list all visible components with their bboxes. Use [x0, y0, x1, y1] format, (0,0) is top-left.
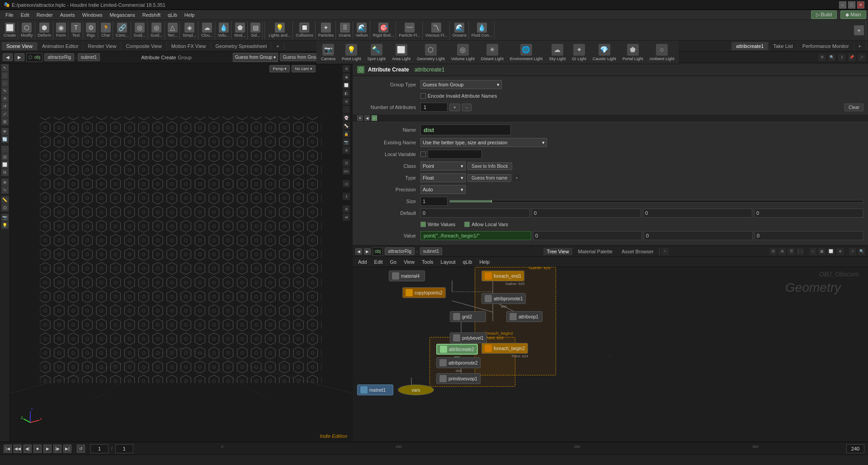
node-canvas[interactable]: · Geometry OBJ_Obscuro foreach_end1Gathe… — [353, 267, 868, 441]
local-var-checkbox[interactable] — [420, 152, 426, 157]
tab-attribcreate[interactable]: attribcreate1 — [731, 42, 769, 50]
node-color-swatch[interactable]: ⬡ — [357, 66, 364, 73]
ne-view4-icon[interactable]: ⊕ — [836, 248, 844, 255]
row-enable-btn[interactable]: ✓ — [372, 115, 377, 121]
volume-light-btn[interactable]: ◎ Volume Light — [448, 43, 477, 62]
vp-lock2-icon[interactable]: 🔒 — [343, 130, 350, 138]
menu-megascans[interactable]: Megascans — [106, 11, 138, 19]
vp-abc-icon[interactable]: abc — [343, 167, 350, 175]
save-to-info-block-btn[interactable]: Save to Info Block — [467, 162, 512, 170]
box-select-tool[interactable]: ⬚ — [1, 72, 9, 79]
ne-grid-icon[interactable]: ⊞ — [778, 248, 786, 255]
move-tool[interactable]: ✛ — [1, 95, 9, 102]
num-attribs-plus-btn[interactable]: + — [449, 104, 460, 111]
close-btn[interactable]: ✕ — [857, 1, 864, 9]
node-material4[interactable]: material4 — [389, 270, 425, 281]
ne-attractor-rig[interactable]: attractorRig — [385, 247, 415, 255]
guess-from-name-btn[interactable]: Guess from name — [467, 174, 511, 182]
form-tool[interactable]: ◉ Form — [54, 21, 68, 39]
build-btn[interactable]: ▷ Build — [811, 10, 837, 19]
add-right-tab-btn[interactable]: + — [854, 42, 866, 50]
vp-grid-icon[interactable]: ⊟ — [343, 159, 350, 166]
default-input-3[interactable] — [643, 209, 752, 218]
node-mode[interactable]: N — [1, 169, 9, 176]
vp-flip-icon[interactable]: ⇄ — [343, 214, 350, 221]
tl-start-frame[interactable] — [115, 444, 133, 453]
ne-menu-help[interactable]: Help — [476, 258, 492, 266]
vp-orient-icon[interactable]: ⊕ — [343, 147, 350, 154]
local-var-input[interactable] — [428, 150, 482, 159]
area-light-btn[interactable]: ⬜ Area Light — [389, 43, 413, 62]
vp-cam-icon[interactable]: 📷 — [343, 138, 350, 146]
ne-view3-icon[interactable]: ⬜ — [827, 248, 835, 255]
default-input-1[interactable] — [420, 209, 530, 218]
vp-ghost-icon[interactable]: 👻 — [343, 114, 350, 121]
main-workspace-btn[interactable]: ◆ Main — [840, 10, 866, 19]
env-light-btn[interactable]: 🌐 Environment Light — [507, 43, 546, 62]
handle-tool[interactable]: ⊡ — [1, 204, 9, 211]
vp-quad-icon[interactable]: ⊞ — [343, 205, 350, 213]
type-info-btn[interactable]: ▾ — [513, 174, 520, 181]
maximize-btn[interactable]: □ — [848, 1, 855, 9]
default-input-4[interactable] — [754, 209, 863, 218]
ne-add-tab-btn[interactable]: + — [661, 248, 669, 255]
row-collapse-btn[interactable]: ✕ — [357, 115, 363, 121]
portal-light-btn[interactable]: ⬟ Portal Light — [620, 43, 646, 62]
node-grid2[interactable]: grid2 — [450, 311, 486, 322]
caustic-light-btn[interactable]: 💎 Caustic Light — [590, 43, 619, 62]
tab-geometry-spreadsheet[interactable]: Geometry Spreadsheet — [211, 42, 272, 50]
ne-menu-view[interactable]: View — [401, 258, 417, 266]
group-type-dropdown[interactable]: Guess from Group ▾ — [233, 53, 278, 62]
point-light-btn[interactable]: 💡 Point Light — [339, 43, 364, 62]
tl-start-btn[interactable]: |◀ — [4, 445, 12, 453]
tl-end-frame-input[interactable] — [846, 444, 864, 453]
vp-forward-btn[interactable]: ▶ — [14, 53, 24, 61]
allow-local-vars-checkbox[interactable] — [464, 222, 470, 227]
tumble-tool[interactable]: 🔄 — [1, 136, 9, 143]
grains-tool[interactable]: ⠿ Grains — [337, 21, 353, 39]
mod-tool[interactable]: ⬟ Mod... — [232, 21, 248, 39]
write-values-checkbox[interactable] — [420, 222, 426, 227]
add-tab-btn[interactable]: + — [272, 42, 284, 50]
menu-file[interactable]: File — [2, 11, 17, 19]
menu-edit[interactable]: Edit — [17, 11, 33, 19]
transform-tool[interactable]: ⊞ — [1, 118, 9, 125]
vp-back-btn[interactable]: ◀ — [3, 53, 13, 61]
ne-menu-go[interactable]: Go — [387, 258, 400, 266]
group-type-select[interactable]: Guess from Group ▾ — [420, 80, 502, 89]
tl-end-btn[interactable]: ▶| — [63, 445, 71, 453]
vp-bone-icon[interactable]: 🦴 — [343, 122, 350, 129]
vp-shade-icon[interactable]: ◧ — [343, 90, 350, 97]
menu-redshift[interactable]: Redshift — [139, 11, 164, 19]
ne-view1-icon[interactable]: □ — [809, 248, 816, 255]
rigidbody-tool[interactable]: 🎯 Rigid Bod... — [371, 21, 396, 39]
node-polybevel1[interactable]: polybevel1 — [450, 332, 487, 343]
size-slider[interactable] — [449, 200, 863, 203]
lasso-tool[interactable]: ◌ — [1, 80, 9, 87]
type-select[interactable]: Float ▾ — [420, 173, 466, 182]
props-search-icon[interactable]: 🔍 — [828, 54, 835, 61]
menu-assets[interactable]: Assets — [57, 11, 79, 19]
class-select[interactable]: Point ▾ — [420, 161, 466, 171]
ne-list-icon[interactable]: ☰ — [788, 248, 795, 255]
ne-menu-tools[interactable]: Tools — [419, 258, 436, 266]
particlefl-tool[interactable]: 〰 Particle Fl... — [397, 21, 423, 39]
tl-step-next-btn[interactable]: |▶ — [53, 445, 61, 453]
tab-motion-fx[interactable]: Motion FX View — [167, 42, 211, 50]
persp-btn[interactable]: Persp ▾ — [269, 65, 290, 72]
terr-tool[interactable]: △ Terr... — [166, 21, 180, 39]
view-tool[interactable]: 👁 — [1, 128, 9, 135]
num-attribs-minus-btn[interactable]: - — [462, 104, 472, 111]
ne-back-btn[interactable]: ◀ — [355, 248, 362, 255]
menu-help[interactable]: Help — [181, 11, 198, 19]
vp-snap-icon[interactable]: ◎ — [343, 180, 350, 187]
camera-light-btn[interactable]: 📷 Camera — [318, 43, 338, 62]
ne-view2-icon[interactable]: ▩ — [818, 248, 826, 255]
tl-prev-btn[interactable]: ◀◀ — [14, 445, 22, 453]
guid2-tool[interactable]: ◎ Guid... — [149, 21, 165, 39]
ne-menu-add[interactable]: Add — [355, 258, 370, 266]
oceans-tool[interactable]: 🌊 Oceans — [451, 21, 469, 39]
value-input[interactable] — [420, 231, 531, 240]
geo-light-btn[interactable]: ⬡ Geometry Light — [414, 43, 448, 62]
tab-take-list[interactable]: Take List — [769, 42, 797, 50]
